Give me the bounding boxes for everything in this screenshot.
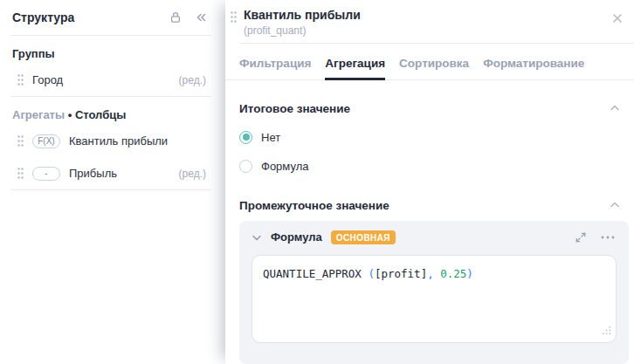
aggregate-item-quantile[interactable]: F(X) Квантиль прибыли <box>0 125 218 157</box>
radio-option-formula[interactable]: Формула <box>225 160 634 173</box>
code-paren: ) <box>466 267 473 280</box>
column-item-label: Прибыль <box>69 167 170 180</box>
code-number: 0.25 <box>440 267 466 280</box>
group-item-city[interactable]: Город (ред.) <box>0 64 218 96</box>
code-paren: ( <box>368 267 375 280</box>
field-title: Квантиль прибыли <box>244 8 610 23</box>
formula-card: Формула ОСНОВНАЯ <box>239 221 629 364</box>
formula-code-line: QUANTILE_APPROX ([profit], 0.25) <box>263 267 605 280</box>
radio-option-none[interactable]: Нет <box>225 131 634 144</box>
tab-filtering[interactable]: Фильтрация <box>239 57 311 79</box>
groups-section-label: Группы <box>0 36 218 64</box>
code-argument: [profit] <box>375 267 427 280</box>
edit-link[interactable]: (ред.) <box>179 74 206 86</box>
intermediate-value-section-header: Промежуточное значение <box>225 199 634 212</box>
column-item-profit[interactable]: - Прибыль (ред.) <box>0 157 218 189</box>
tab-formatting[interactable]: Форматирование <box>483 57 584 79</box>
drag-handle-icon[interactable] <box>231 11 237 23</box>
settings-tabs: Фильтрация Агрегация Сортировка Форматир… <box>225 44 634 80</box>
formula-editor[interactable]: QUANTILE_APPROX ([profit], 0.25) <box>252 255 617 343</box>
tab-aggregation[interactable]: Агрегация <box>325 57 385 79</box>
total-value-title: Итоговое значение <box>239 102 350 115</box>
more-options-icon[interactable] <box>601 236 615 239</box>
formula-card-header: Формула ОСНОВНАЯ <box>252 230 617 244</box>
intermediate-value-title: Промежуточное значение <box>239 199 389 212</box>
columns-label: Столбцы <box>75 108 126 121</box>
chevron-up-icon[interactable] <box>610 200 620 210</box>
group-item-label: Город <box>32 73 170 86</box>
dataset-field-editor: Структура Группы <box>0 0 634 364</box>
aggregate-item-label: Квантиль прибыли <box>69 134 197 148</box>
structure-sidebar: Структура Группы <box>0 0 218 364</box>
code-function: QUANTILE_APPROX <box>263 267 368 280</box>
tab-sorting[interactable]: Сортировка <box>399 57 469 79</box>
drag-handle-icon[interactable] <box>17 74 24 86</box>
aggregates-label: Агрегаты <box>12 108 65 121</box>
main-badge: ОСНОВНАЯ <box>331 230 396 244</box>
radio-checked-icon[interactable] <box>239 131 252 144</box>
radio-label: Нет <box>261 131 280 144</box>
sidebar-title: Структура <box>12 10 169 24</box>
radio-unchecked-icon[interactable] <box>239 160 252 173</box>
collapse-sidebar-icon[interactable] <box>195 11 208 24</box>
column-type-badge: - <box>32 167 60 181</box>
sidebar-header: Структура <box>0 0 218 35</box>
panel-header: Квантиль прибыли (profit_quant) <box>225 0 634 37</box>
close-icon[interactable] <box>610 9 625 30</box>
chevron-down-icon[interactable] <box>252 232 262 243</box>
expand-icon[interactable] <box>575 231 587 244</box>
aggregates-columns-label: Агрегаты • Столбцы <box>0 97 218 125</box>
field-settings-panel: Квантиль прибыли (profit_quant) Фильтрац… <box>225 0 634 364</box>
drag-handle-icon[interactable] <box>17 135 24 147</box>
resize-handle-icon[interactable] <box>602 325 611 338</box>
chevron-up-icon[interactable] <box>610 103 620 113</box>
field-id: (profit_quant) <box>244 24 610 37</box>
formula-label: Формула <box>271 230 322 244</box>
edit-link[interactable]: (ред.) <box>179 168 206 180</box>
divider <box>10 189 211 190</box>
code-comma: , <box>427 267 440 280</box>
total-value-section-header: Итоговое значение <box>225 102 634 115</box>
lock-icon[interactable] <box>169 10 183 24</box>
drag-handle-icon[interactable] <box>17 168 24 179</box>
formula-type-badge: F(X) <box>32 134 60 148</box>
dot-separator: • <box>65 108 75 121</box>
radio-label: Формула <box>261 160 308 173</box>
